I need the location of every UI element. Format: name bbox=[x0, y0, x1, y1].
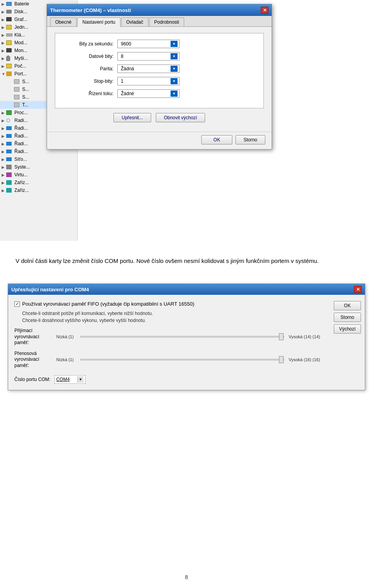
generic-icon3 bbox=[6, 63, 13, 69]
rizeni-label: Řízení toku: bbox=[63, 91, 113, 96]
bluetooth-icon: ⬡ bbox=[6, 117, 13, 124]
tree-item-syste[interactable]: Syste... bbox=[0, 163, 77, 171]
tree-item-label: Síťo... bbox=[14, 157, 27, 162]
dialog-tabs: Obecné Nastavení portu Ovladač Podrobnos… bbox=[47, 16, 272, 27]
tree-item-label: Radi... bbox=[14, 118, 28, 123]
tree-item-virtu[interactable]: Virtu... bbox=[0, 171, 77, 179]
network-icon bbox=[6, 125, 13, 131]
fifo-label: Používat vyrovnávací paměť FIFO (vyžaduj… bbox=[22, 301, 194, 307]
receive-slider-thumb[interactable] bbox=[279, 333, 284, 340]
storno-button[interactable]: Storno bbox=[235, 135, 265, 144]
network-icon3 bbox=[6, 141, 13, 147]
slider-section: Přijímací vyrovnávací paměť: Nízká (1) V… bbox=[14, 328, 324, 369]
datove-value: 8 bbox=[119, 54, 171, 59]
tree-arrow bbox=[2, 188, 6, 193]
info-text-1: Chcete-li odstranit potíže při komunikac… bbox=[14, 311, 324, 316]
parita-row: Parita: Žádná ▼ bbox=[63, 64, 256, 73]
com-select-arrow-icon: ▼ bbox=[77, 376, 84, 383]
parita-select-arrow: ▼ bbox=[171, 66, 178, 72]
tree-item-label: Syste... bbox=[14, 164, 30, 170]
tree-arrow bbox=[2, 165, 6, 169]
tree-arrow bbox=[2, 56, 6, 61]
advanced-dialog-sidebar: OK Storno Výchozí bbox=[330, 295, 365, 390]
text-section: V dolní části karty lze změnit číslo COM… bbox=[0, 249, 373, 273]
tree-item-label: Klá... bbox=[14, 32, 25, 38]
tree-item-sito[interactable]: Síťo... bbox=[0, 155, 77, 163]
dialog-ok-cancel: OK Storno bbox=[47, 132, 272, 149]
connector-icon4 bbox=[14, 102, 21, 108]
disk-icon bbox=[6, 9, 13, 15]
tree-item-label: Řadi... bbox=[14, 125, 28, 131]
com-port-label: Číslo portu COM: bbox=[14, 377, 51, 382]
tab-obecne[interactable]: Obecné bbox=[50, 17, 77, 26]
upresit-button[interactable]: Upřesnit... bbox=[113, 113, 151, 122]
tree-item-label: Graf... bbox=[14, 17, 27, 22]
tree-arrow bbox=[2, 25, 6, 30]
com-port-select[interactable]: COM4 ▼ bbox=[54, 375, 85, 384]
close-button[interactable]: ✕ bbox=[261, 7, 268, 14]
tab-nastaveni-portu[interactable]: Nastavení portu bbox=[77, 17, 120, 27]
tree-arrow bbox=[2, 181, 6, 185]
advanced-storno-button[interactable]: Storno bbox=[334, 313, 361, 322]
receive-slider-track[interactable] bbox=[80, 336, 284, 337]
transmit-slider-row: Přenosová vyrovnávací paměť: Nízká (1) V… bbox=[14, 351, 324, 369]
tree-item-label: Mon... bbox=[14, 48, 27, 53]
datove-select-arrow: ▼ bbox=[171, 53, 178, 59]
transmit-slider-thumb[interactable] bbox=[279, 356, 284, 363]
advanced-ok-button[interactable]: OK bbox=[334, 301, 361, 310]
network-icon2 bbox=[6, 133, 13, 139]
keyboard-icon bbox=[6, 32, 13, 38]
com-port-value: COM4 bbox=[56, 377, 77, 382]
tree-item-zariz1[interactable]: Zaříz... bbox=[0, 179, 77, 186]
tree-arrow bbox=[2, 173, 6, 177]
fifo-checkbox[interactable]: ✓ bbox=[14, 301, 20, 307]
info-text-2: Chcete-li dosáhnout vyššího výkonu, vybe… bbox=[14, 318, 324, 323]
transmit-slider-label: Přenosová vyrovnávací paměť: bbox=[14, 351, 53, 369]
tree-item-label: Baterie bbox=[14, 1, 29, 7]
parita-label: Parita: bbox=[63, 66, 113, 71]
tree-item-label: Disk... bbox=[14, 9, 27, 14]
tree-item-label: S... bbox=[22, 87, 29, 92]
transmit-slider-track[interactable] bbox=[80, 359, 284, 360]
system-icon bbox=[6, 164, 13, 170]
advanced-dialog-inner: ✓ Používat vyrovnávací paměť FIFO (vyžad… bbox=[8, 295, 365, 390]
tree-item-label: Řadi... bbox=[14, 141, 28, 146]
advanced-dialog-titlebar: Upřesňující nastavení pro COM4 ✕ bbox=[8, 284, 365, 295]
battery-icon bbox=[6, 1, 13, 7]
fifo-row: ✓ Používat vyrovnávací paměť FIFO (vyžad… bbox=[14, 301, 324, 307]
bity-value: 9600 bbox=[119, 41, 171, 47]
obnovit-button[interactable]: Obnovit výchozí bbox=[156, 113, 205, 122]
com-port-row: Číslo portu COM: COM4 ▼ bbox=[14, 375, 324, 384]
tab-ovladac[interactable]: Ovladač bbox=[121, 17, 148, 26]
transmit-slider-high: Vysoká (16) (16) bbox=[289, 357, 324, 362]
tree-arrow bbox=[2, 150, 6, 154]
tree-item-label: Řadi... bbox=[14, 149, 28, 154]
page-number: 8 bbox=[185, 574, 188, 580]
dialog-body: Bity za sekundu: 9600 ▼ Datové bity: 8 ▼… bbox=[47, 27, 272, 132]
tree-arrow bbox=[2, 10, 6, 14]
datove-select[interactable]: 8 ▼ bbox=[117, 52, 180, 61]
transmit-slider-low: Nízká (1) bbox=[56, 357, 76, 362]
bity-row: Bity za sekundu: 9600 ▼ bbox=[63, 40, 256, 48]
parita-select[interactable]: Žádná ▼ bbox=[117, 64, 180, 73]
advanced-dialog-title: Upřesňující nastavení pro COM4 bbox=[11, 287, 89, 292]
tree-arrow bbox=[2, 111, 6, 115]
tree-item-label: S... bbox=[22, 94, 29, 100]
network-icon5 bbox=[6, 156, 13, 162]
device-icon bbox=[6, 179, 13, 186]
ok-button[interactable]: OK bbox=[201, 135, 232, 144]
tree-item-zariz2[interactable]: Zaříz... bbox=[0, 186, 77, 194]
tab-podrobnosti[interactable]: Podrobnosti bbox=[149, 17, 184, 26]
stop-select[interactable]: 1 ▼ bbox=[117, 77, 180, 85]
tree-arrow bbox=[2, 49, 6, 53]
rizeni-select[interactable]: Žádné ▼ bbox=[117, 89, 180, 98]
parita-value: Žádná bbox=[119, 66, 171, 71]
advanced-close-button[interactable]: ✕ bbox=[354, 286, 362, 293]
receive-slider-row: Přijímací vyrovnávací paměť: Nízká (1) V… bbox=[14, 328, 324, 346]
monitor-icon bbox=[6, 16, 13, 23]
tree-item-label: Poč... bbox=[14, 63, 26, 69]
advanced-vychozi-button[interactable]: Výchozí bbox=[334, 324, 361, 334]
tree-arrow bbox=[2, 72, 6, 76]
bity-select[interactable]: 9600 ▼ bbox=[117, 40, 180, 48]
virtual-icon bbox=[6, 172, 13, 178]
